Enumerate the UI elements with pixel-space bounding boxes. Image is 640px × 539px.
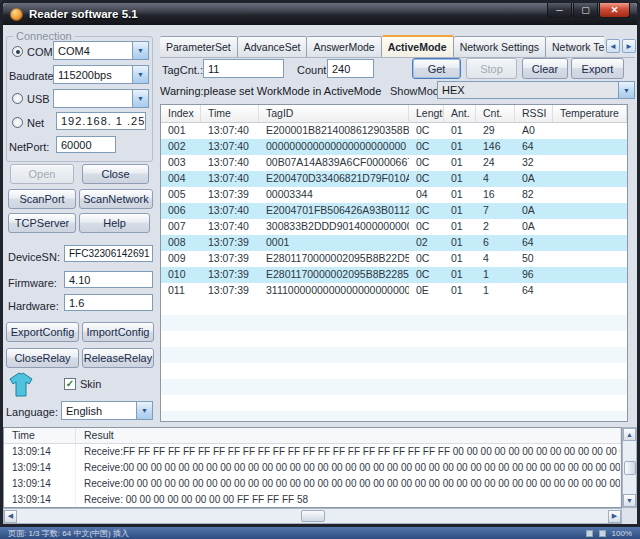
tab[interactable]: Network Settings <box>454 36 546 58</box>
tab[interactable]: ActiveMode <box>382 35 454 58</box>
firmware-label: Firmware: <box>8 277 57 289</box>
table-row[interactable]: 011 13:07:39 31110000000000000000000000.… <box>161 283 627 299</box>
net-radio-label: Net <box>27 117 44 129</box>
chevron-down-icon[interactable]: ▼ <box>618 82 634 98</box>
cell-rssi: 64 <box>515 235 553 251</box>
net-radio[interactable] <box>12 117 23 128</box>
help-button[interactable]: Help <box>79 213 150 233</box>
cell-length: 04 <box>409 187 444 203</box>
close-connection-button[interactable]: Close <box>82 164 149 184</box>
closerelay-button[interactable]: CloseRelay <box>6 348 79 368</box>
table-row[interactable]: 010 13:07:39 E2801170000002095B8B2285 0C… <box>161 267 627 283</box>
col-rssi[interactable]: RSSI <box>515 105 553 122</box>
get-button[interactable]: Get <box>412 58 461 79</box>
tab[interactable]: AdvanceSet <box>238 36 308 58</box>
vscroll-thumb[interactable] <box>624 461 636 475</box>
com-radio[interactable] <box>12 46 23 57</box>
usb-select[interactable]: ▼ <box>53 89 149 108</box>
count-field[interactable]: 240 <box>327 59 374 78</box>
usb-radio[interactable] <box>12 93 23 104</box>
tcpserver-button[interactable]: TCPServer <box>8 213 76 233</box>
view-icon[interactable] <box>599 530 606 537</box>
col-length[interactable]: Length <box>409 105 444 122</box>
table-row[interactable]: 005 13:07:39 00003344 04 01 16 82 <box>161 187 627 203</box>
table-row[interactable]: 008 13:07:39 0001 02 01 6 64 <box>161 235 627 251</box>
cell-index: 005 <box>161 187 201 203</box>
col-index[interactable]: Index <box>161 105 201 122</box>
releaserelay-button[interactable]: ReleaseRelay <box>82 348 154 368</box>
table-row[interactable]: 003 13:07:40 00B07A14A839A6CF00000667 0C… <box>161 155 627 171</box>
scroll-left-icon[interactable]: ◀ <box>4 510 17 523</box>
hscroll-track[interactable] <box>17 509 608 523</box>
open-button[interactable]: Open <box>10 164 74 184</box>
table-row[interactable]: 001 13:07:40 E200001B821400861290358B 0C… <box>161 123 627 139</box>
cell-time: 13:07:40 <box>201 155 259 171</box>
firmware-field[interactable]: 4.10 <box>64 271 153 288</box>
log-horizontal-scrollbar[interactable]: ◀ ▶ <box>3 508 622 524</box>
table-row[interactable]: 004 13:07:40 E200470D33406821D79F010A 0C… <box>161 171 627 187</box>
netport-field[interactable]: 60000 <box>56 136 116 153</box>
tab-scroll-left-icon[interactable]: ◄ <box>606 39 620 53</box>
tag-table-header[interactable]: Index Time TagID Length Ant. Cnt. RSSI T… <box>161 105 627 123</box>
export-button[interactable]: Export <box>571 58 624 79</box>
com-port-select[interactable]: COM4 ▼ <box>53 41 149 60</box>
skin-checkbox[interactable]: ✓ <box>64 378 76 390</box>
col-cnt[interactable]: Cnt. <box>476 105 515 122</box>
tab[interactable]: Network Test <box>546 36 604 58</box>
cell-tagid: E200470D33406821D79F010A <box>259 171 409 187</box>
chevron-down-icon[interactable]: ▼ <box>136 402 152 419</box>
tab[interactable]: ParameterSet <box>160 36 238 58</box>
maximize-button[interactable]: ▢ <box>573 3 598 18</box>
tab-label: AdvanceSet <box>244 41 301 53</box>
log-row[interactable]: 13:09:14 Receive: 00 00 00 00 00 00 00 0… <box>4 492 621 508</box>
tab[interactable]: AnswerMode <box>307 36 381 58</box>
cell-rssi: 0A <box>515 203 553 219</box>
com-port-value: COM4 <box>54 45 132 57</box>
scanport-button[interactable]: ScanPort <box>8 189 76 209</box>
importconfig-button[interactable]: ImportConfig <box>82 322 154 342</box>
log-col-time[interactable]: Time <box>4 428 76 443</box>
log-row[interactable]: 13:09:14 Receive:00 00 00 00 00 00 00 00… <box>4 460 621 476</box>
log-row[interactable]: 13:09:14 Receive:FF FF FF FF FF FF FF FF… <box>4 444 621 460</box>
log-col-result[interactable]: Result <box>76 428 621 443</box>
cell-cnt: 7 <box>476 203 515 219</box>
hscroll-thumb[interactable] <box>301 510 325 522</box>
cell-cnt: 24 <box>476 155 515 171</box>
log-header[interactable]: Time Result <box>4 428 621 444</box>
col-tagid[interactable]: TagID <box>259 105 409 122</box>
tagcnt-field[interactable]: 11 <box>203 59 284 78</box>
zoom-level[interactable]: 100% <box>612 529 632 538</box>
language-value: English <box>62 405 136 417</box>
showmode-select[interactable]: HEX ▼ <box>437 81 635 99</box>
exportconfig-button[interactable]: ExportConfig <box>6 322 79 342</box>
devicesn-field[interactable]: FFC32306142691 <box>64 245 153 262</box>
titlebar[interactable]: Reader software 5.1 ─ ▢ ✕ <box>3 3 637 25</box>
chevron-down-icon[interactable]: ▼ <box>132 66 148 83</box>
clear-button[interactable]: Clear <box>522 58 568 79</box>
table-row[interactable]: 006 13:07:40 E2004701FB506426A93B0112 0C… <box>161 203 627 219</box>
scroll-up-icon[interactable]: ▲ <box>623 428 636 441</box>
minimize-button[interactable]: ─ <box>547 3 572 18</box>
scannetwork-button[interactable]: ScanNetwork <box>79 189 153 209</box>
log-row[interactable]: 13:09:14 Receive:00 00 00 00 00 00 00 00… <box>4 476 621 492</box>
tab-scroll-right-icon[interactable]: ► <box>622 39 636 53</box>
stop-button[interactable]: Stop <box>466 58 517 79</box>
cell-tagid: 300833B2DDD9014000000000 <box>259 219 409 235</box>
chevron-down-icon[interactable]: ▼ <box>132 90 148 107</box>
baudrate-select[interactable]: 115200bps ▼ <box>53 65 149 84</box>
language-select[interactable]: English ▼ <box>61 401 153 420</box>
scroll-right-icon[interactable]: ▶ <box>608 510 621 523</box>
view-icon[interactable] <box>586 530 593 537</box>
table-row[interactable]: 007 13:07:40 300833B2DDD9014000000000 0C… <box>161 219 627 235</box>
log-vertical-scrollbar[interactable]: ▲ ▼ <box>622 427 637 508</box>
net-ip-field[interactable]: 192.168. 1 .250 <box>56 112 146 130</box>
close-button[interactable]: ✕ <box>599 3 630 18</box>
col-temperature[interactable]: Temperature <box>553 105 627 122</box>
col-ant[interactable]: Ant. <box>444 105 476 122</box>
table-row[interactable]: 002 13:07:40 000000000000000000000000 0C… <box>161 139 627 155</box>
hardware-field[interactable]: 1.6 <box>64 294 153 311</box>
chevron-down-icon[interactable]: ▼ <box>132 42 148 59</box>
col-time[interactable]: Time <box>201 105 259 122</box>
scroll-down-icon[interactable]: ▼ <box>623 494 636 507</box>
table-row[interactable]: 009 13:07:39 E2801170000002095B8B22D5 0C… <box>161 251 627 267</box>
